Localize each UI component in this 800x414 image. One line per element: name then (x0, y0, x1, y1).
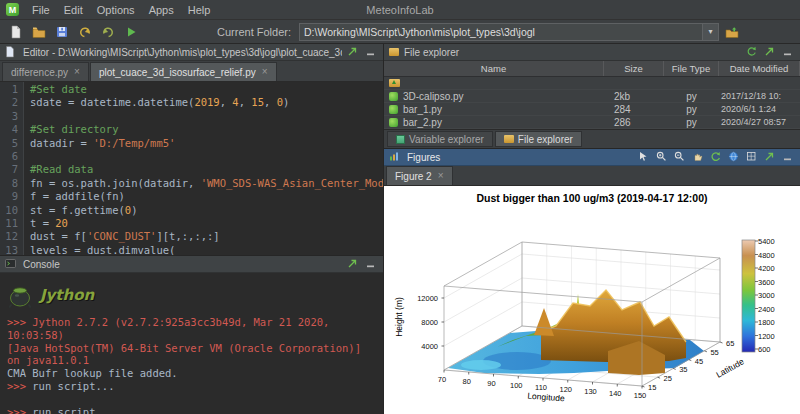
console-panel-title: Console (23, 259, 342, 270)
file-explorer-panel: File explorer NameSizeFile TypeDate Modi… (384, 44, 800, 148)
line-number: 4 (0, 123, 18, 136)
tab-close-icon[interactable]: × (262, 67, 268, 77)
file-name: 3D-calipso.py (403, 91, 464, 102)
menu-item-file[interactable]: File (25, 2, 57, 18)
grid-icon (396, 135, 405, 144)
open-file-button[interactable] (29, 22, 49, 42)
console-minimize-icon[interactable] (365, 258, 378, 271)
menu-item-help[interactable]: Help (181, 2, 218, 18)
redo-button[interactable] (98, 22, 118, 42)
table-row[interactable]: bar_2.py286py2020/4/27 08:57 (384, 116, 800, 129)
colorbar-tick: 4200 (758, 264, 775, 273)
console-panel-titlebar: Console (0, 256, 383, 273)
x-tick: 120 (554, 385, 578, 394)
line-number: 1 (0, 83, 18, 96)
code-line (30, 150, 383, 163)
figure-tabbar: Figure 2 × (384, 166, 800, 186)
tab-label: Variable explorer (409, 134, 484, 145)
refresh-icon[interactable] (746, 46, 759, 59)
figures-titlebar: Figures (384, 149, 800, 166)
tab-variable-explorer[interactable]: Variable explorer (387, 131, 493, 147)
zoom-in-icon[interactable] (656, 151, 669, 164)
editor-tab[interactable]: plot_cuace_3d_isosurface_relief.py× (90, 62, 277, 81)
globe-icon[interactable] (728, 151, 741, 164)
column-header[interactable]: Date Modified (719, 61, 800, 76)
file-explorer-titlebar: File explorer (384, 44, 800, 61)
current-folder-input[interactable] (300, 24, 702, 39)
file-explorer-minimize-icon[interactable] (782, 46, 795, 59)
figure-plot-area[interactable]: Dust bigger than 100 ug/m3 (2019-04-17 1… (384, 186, 800, 414)
column-header[interactable]: Name (384, 61, 604, 76)
plot-title: Dust bigger than 100 ug/m3 (2019-04-17 1… (384, 192, 800, 204)
file-type: py (664, 117, 719, 128)
code-line: st = f.gettime(0) (30, 204, 383, 217)
jython-logo-icon (7, 281, 33, 309)
x-tick: 110 (529, 383, 553, 392)
console-float-icon[interactable] (347, 258, 360, 271)
menu-item-apps[interactable]: Apps (142, 2, 181, 18)
jython-logo-text: Jython (40, 289, 94, 302)
tab-label: plot_cuace_3d_isosurface_relief.py (99, 67, 256, 78)
x-tick: 140 (603, 389, 627, 398)
console-output[interactable]: Jython >>> Jython 2.7.2 (v2.7.2:925a3cc3… (0, 273, 383, 414)
figures-title: Figures (407, 152, 633, 163)
console-line: CMA Bufr lookup file added. (7, 367, 376, 380)
undo-button[interactable] (75, 22, 95, 42)
code-line: t = 20 (30, 217, 383, 230)
editor-tab[interactable]: difference.py× (2, 62, 89, 81)
table-row[interactable]: 3D-calipso.py2kbpy2017/12/18 10: (384, 90, 800, 103)
z-tick: 4000 (402, 342, 438, 351)
figures-float-icon[interactable] (764, 151, 777, 164)
file-name: bar_1.py (403, 104, 442, 115)
editor-panel-icon (5, 46, 18, 59)
x-tick: 90 (480, 379, 504, 388)
file-explorer-panel-icon (389, 48, 399, 56)
pan-hand-icon[interactable] (692, 151, 705, 164)
zoom-out-icon[interactable] (674, 151, 687, 164)
current-folder-label: Current Folder: (217, 26, 296, 38)
right-column: File explorer NameSizeFile TypeDate Modi… (384, 44, 800, 414)
run-script-button[interactable] (121, 22, 141, 42)
menu-item-edit[interactable]: Edit (57, 2, 90, 18)
x-tick: 80 (455, 377, 479, 386)
figure-tab-close-icon[interactable]: × (438, 171, 444, 181)
colorbar-tick: 1800 (758, 318, 775, 327)
tab-close-icon[interactable]: × (74, 67, 80, 77)
file-explorer-float-icon[interactable] (764, 46, 777, 59)
line-number: 13 (0, 244, 18, 255)
menu-item-options[interactable]: Options (90, 2, 142, 18)
editor-float-icon[interactable] (347, 46, 360, 59)
pointer-tool-icon[interactable] (638, 151, 651, 164)
file-size: 286 (604, 117, 664, 128)
figures-minimize-icon[interactable] (782, 151, 795, 164)
figure-tab[interactable]: Figure 2 × (386, 166, 453, 185)
editor-minimize-icon[interactable] (365, 46, 378, 59)
y-tick: 35 (679, 365, 687, 374)
x-tick: 150 (628, 391, 652, 400)
rotate-tool-icon[interactable] (710, 151, 723, 164)
explorer-bottom-tabs: Variable explorerFile explorer (384, 129, 800, 148)
current-folder-combobox[interactable]: ▾ (299, 23, 719, 41)
browse-folder-button[interactable] (722, 22, 742, 42)
file-table-header: NameSizeFile TypeDate Modified (384, 61, 800, 77)
colorbar-tick: 4800 (758, 251, 775, 260)
combobox-dropdown-icon[interactable]: ▾ (702, 24, 718, 40)
save-button[interactable] (52, 22, 72, 42)
table-row[interactable]: bar_1.py284py2020/6/1 1:24 (384, 103, 800, 116)
column-header[interactable]: File Type (664, 61, 719, 76)
tab-file-explorer[interactable]: File explorer (495, 131, 582, 147)
column-header[interactable]: Size (604, 61, 664, 76)
table-row[interactable] (384, 77, 800, 90)
code-line: sdate = datetime.datetime(2019, 4, 15, 0… (30, 96, 383, 109)
x-tick: 70 (430, 375, 454, 384)
console-line: >>> run script... (7, 406, 376, 414)
new-file-button[interactable] (6, 22, 26, 42)
colorbar-tick: 3000 (758, 291, 775, 300)
left-column: Editor - D:\Working\MIScript\Jython\mis\… (0, 44, 384, 414)
z-tick: 12000 (402, 294, 438, 303)
code-editor[interactable]: 12345678910111213 #Set datesdate = datet… (0, 82, 383, 255)
full-extent-icon[interactable] (746, 151, 759, 164)
y-tick: 65 (726, 339, 734, 348)
y-tick: 15 (648, 383, 656, 392)
editor-panel-titlebar: Editor - D:\Working\MIScript\Jython\mis\… (0, 44, 383, 61)
